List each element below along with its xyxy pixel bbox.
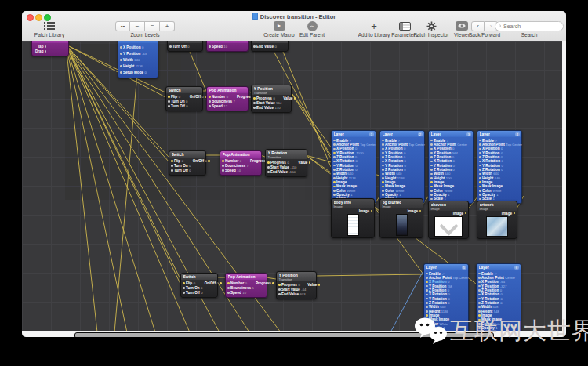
input-port-dot[interactable] <box>478 281 481 284</box>
patch-layer[interactable]: Layer1Enable✓Anchor PointTop CenterX Pos… <box>331 130 376 204</box>
input-port-dot[interactable] <box>333 194 336 196</box>
output-port-dot[interactable] <box>272 282 274 284</box>
input-port-dot[interactable] <box>479 169 481 171</box>
input-port-dot[interactable] <box>253 102 256 104</box>
vertical-scrollbar[interactable] <box>562 41 566 331</box>
input-port-dot[interactable] <box>430 190 433 192</box>
output-port-dot[interactable] <box>45 50 47 53</box>
port-end-value[interactable]: End Value170 <box>253 106 281 111</box>
input-port-dot[interactable] <box>430 194 433 196</box>
input-port-dot[interactable] <box>382 156 384 158</box>
input-port-dot[interactable] <box>209 105 211 107</box>
port-y-position[interactable]: Y Position-63 <box>120 51 147 57</box>
input-port-dot[interactable] <box>333 140 336 142</box>
input-port-dot[interactable] <box>382 169 384 171</box>
input-port-dot[interactable] <box>426 306 428 309</box>
input-port-dot[interactable] <box>267 171 270 173</box>
input-port-dot[interactable] <box>478 298 481 300</box>
input-port-dot[interactable] <box>382 143 384 146</box>
zoom-out-button[interactable]: − <box>130 21 145 31</box>
patch-switch[interactable]: SwitchFlip0Turn On0Turn Off0On/Off0 <box>180 273 218 298</box>
output-port-dot[interactable] <box>220 282 222 284</box>
input-port-dot[interactable] <box>120 53 122 55</box>
input-port-dot[interactable] <box>430 198 433 201</box>
output-port-dot[interactable] <box>318 284 321 286</box>
input-port-dot[interactable] <box>478 285 481 288</box>
output-port-dot[interactable] <box>45 45 47 48</box>
input-port-dot[interactable] <box>478 273 481 275</box>
output-port-dot[interactable] <box>465 212 467 215</box>
input-port-dot[interactable] <box>382 186 384 188</box>
input-port-dot[interactable] <box>183 287 185 289</box>
output-port-dot[interactable] <box>294 97 296 100</box>
zoom-in-button[interactable]: + <box>160 21 175 31</box>
port-end-value[interactable]: End Value603 <box>278 292 306 297</box>
input-port-dot[interactable] <box>333 148 336 150</box>
input-port-dot[interactable] <box>278 288 281 291</box>
input-port-dot[interactable] <box>168 105 170 107</box>
patch-editor-canvas[interactable]: TapDragX Position0Y Position-63Width640H… <box>22 41 562 331</box>
input-port-dot[interactable] <box>183 282 185 284</box>
input-port-dot[interactable] <box>171 169 173 172</box>
input-port-dot[interactable] <box>479 152 481 154</box>
patch-layer[interactable]: Layer4Enable✓Anchor PointTop CenterX Pos… <box>477 130 522 204</box>
input-port-dot[interactable] <box>478 289 481 292</box>
input-port-dot[interactable] <box>382 165 384 167</box>
patch-switch[interactable]: SwitchFlip0Turn On0Turn Off0On/Off0 <box>165 86 203 111</box>
input-port-dot[interactable] <box>430 181 433 183</box>
zoom-fit-button[interactable]: = <box>145 21 160 31</box>
patch-y-rotation[interactable]: Y RotationTransitionProgress0Start Value… <box>265 149 307 177</box>
port-speed[interactable]: Speed12 <box>209 104 235 109</box>
port-turn-off[interactable]: Turn Off0 <box>183 291 203 295</box>
input-port-dot[interactable] <box>478 277 481 279</box>
patch-inspector-button[interactable]: Patch Inspector <box>412 20 450 38</box>
input-port-dot[interactable] <box>479 148 481 150</box>
input-port-dot[interactable] <box>333 161 336 163</box>
input-port-dot[interactable] <box>426 302 428 304</box>
input-port-dot[interactable] <box>171 165 173 167</box>
patch-turnoff-top[interactable]: Turn Off0 <box>167 41 203 52</box>
patch-pop-animation[interactable]: Pop AnimationNumber0Bounciness7Speed10Pr… <box>220 150 262 176</box>
input-port-dot[interactable] <box>333 177 336 179</box>
port-on-off[interactable]: On/Off0 <box>193 159 210 164</box>
input-port-dot[interactable] <box>333 190 336 192</box>
input-port-dot[interactable] <box>382 181 384 183</box>
input-port-dot[interactable] <box>169 45 172 48</box>
input-port-dot[interactable] <box>333 165 336 167</box>
input-port-dot[interactable] <box>426 281 428 284</box>
port-width[interactable]: Width640 <box>120 57 147 63</box>
input-port-dot[interactable] <box>426 285 428 288</box>
input-port-dot[interactable] <box>333 173 336 176</box>
patch-layer[interactable]: Layer3Enable✓Anchor PointCenterX Positio… <box>428 130 474 204</box>
input-port-dot[interactable] <box>382 190 384 192</box>
patch-switch[interactable]: SwitchFlip0Turn On0Turn Off0On/Off0 <box>169 150 206 176</box>
create-macro-button[interactable]: ▸ Create Macro <box>261 20 297 38</box>
input-port-dot[interactable] <box>209 96 211 98</box>
input-port-dot[interactable] <box>183 292 185 294</box>
patch-y-position[interactable]: Y PositionTransitionProgress0Start Value… <box>251 85 292 113</box>
port-on-off[interactable]: On/Off0 <box>205 281 222 286</box>
output-port-dot[interactable] <box>371 210 373 212</box>
patch-endvalue-top[interactable]: End Value0 <box>251 41 289 52</box>
input-port-dot[interactable] <box>430 161 433 163</box>
input-port-dot[interactable] <box>430 165 433 167</box>
input-port-dot[interactable] <box>278 284 281 286</box>
patch-chevron[interactable]: chevronImageImage <box>428 201 469 239</box>
input-port-dot[interactable] <box>253 107 256 109</box>
port-end-value[interactable]: End Value0 <box>253 45 277 49</box>
patch-pop-animation[interactable]: Pop AnimationNumber0Bounciness7Speed12Pr… <box>206 86 249 111</box>
input-port-dot[interactable] <box>382 161 384 163</box>
input-port-dot[interactable] <box>333 181 336 183</box>
port-height[interactable]: Height1136 <box>120 63 147 70</box>
port-progress[interactable]: Progress <box>256 281 274 286</box>
search-input[interactable] <box>502 23 560 30</box>
input-port-dot[interactable] <box>479 190 481 192</box>
input-port-dot[interactable] <box>222 160 224 162</box>
input-port-dot[interactable] <box>267 161 270 164</box>
patch-pop-animation[interactable]: Pop AnimationNumber0Bounciness5Speed10Pr… <box>225 273 267 298</box>
port-x-position[interactable]: X Position0 <box>120 45 147 51</box>
input-port-dot[interactable] <box>120 46 122 49</box>
input-port-dot[interactable] <box>479 165 481 167</box>
input-port-dot[interactable] <box>222 165 224 167</box>
port-value[interactable]: Value <box>298 161 310 165</box>
